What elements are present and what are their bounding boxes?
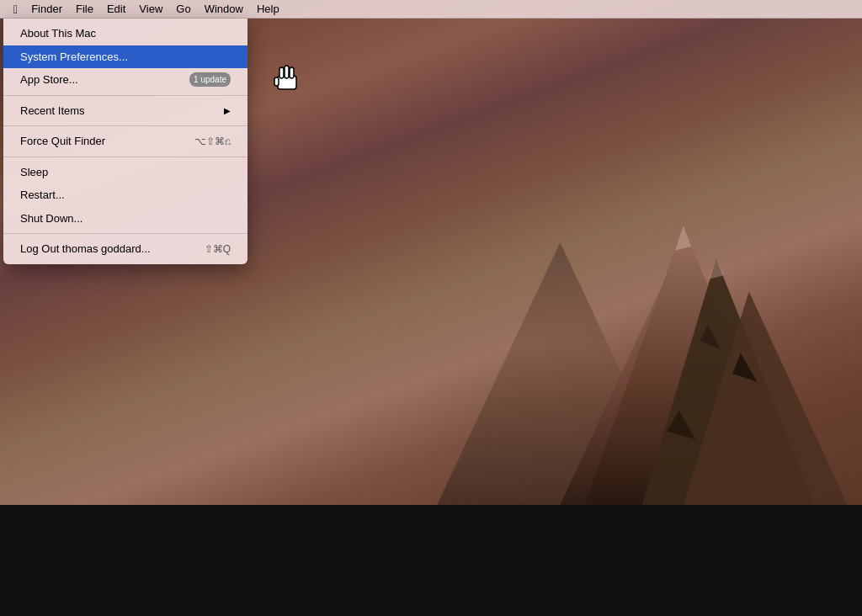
app-store-label: App Store...: [20, 72, 183, 88]
bottom-black-area: [0, 505, 862, 616]
recent-items-label: Recent Items: [20, 103, 224, 119]
separator-2: [3, 125, 247, 126]
sleep-item[interactable]: Sleep: [3, 161, 247, 184]
menubar:  Finder File Edit View Go Window Help: [0, 0, 862, 19]
apple-dropdown-menu: About This Mac System Preferences... App…: [3, 19, 247, 264]
file-menu[interactable]: File: [69, 0, 100, 19]
go-menu[interactable]: Go: [169, 0, 197, 19]
svg-marker-5: [675, 226, 692, 251]
force-quit-item[interactable]: Force Quit Finder ⌥⇧⌘⎌: [3, 130, 247, 153]
restart-label: Restart...: [20, 187, 231, 204]
apple-menu-button[interactable]: : [7, 0, 24, 19]
system-preferences-label: System Preferences...: [20, 49, 231, 66]
sleep-label: Sleep: [20, 164, 231, 181]
app-store-item[interactable]: App Store... 1 update: [3, 68, 247, 92]
logout-item[interactable]: Log Out thomas goddard... ⇧⌘Q: [3, 237, 247, 261]
recent-items-arrow: ▶: [224, 104, 231, 117]
separator-3: [3, 157, 247, 157]
recent-items-item[interactable]: Recent Items ▶: [3, 99, 247, 123]
separator-1: [3, 95, 247, 96]
shutdown-item[interactable]: Shut Down...: [3, 207, 247, 231]
shutdown-label: Shut Down...: [20, 210, 231, 227]
about-this-mac-item[interactable]: About This Mac: [3, 22, 247, 45]
window-menu[interactable]: Window: [198, 0, 250, 19]
help-menu[interactable]: Help: [250, 0, 286, 19]
separator-4: [3, 233, 247, 234]
screen:  Finder File Edit View Go Window Help A…: [0, 0, 862, 505]
force-quit-shortcut: ⌥⇧⌘⎌: [194, 134, 231, 149]
mountain-illustration: [258, 177, 862, 505]
logout-shortcut: ⇧⌘Q: [205, 242, 231, 257]
finder-menu[interactable]: Finder: [24, 0, 69, 19]
view-menu[interactable]: View: [132, 0, 169, 19]
force-quit-label: Force Quit Finder: [20, 133, 178, 150]
system-preferences-item[interactable]: System Preferences...: [3, 45, 247, 69]
restart-item[interactable]: Restart...: [3, 183, 247, 207]
about-this-mac-label: About This Mac: [20, 25, 231, 42]
edit-menu[interactable]: Edit: [100, 0, 132, 19]
logout-label: Log Out thomas goddard...: [20, 241, 188, 258]
app-store-badge: 1 update: [189, 72, 231, 87]
